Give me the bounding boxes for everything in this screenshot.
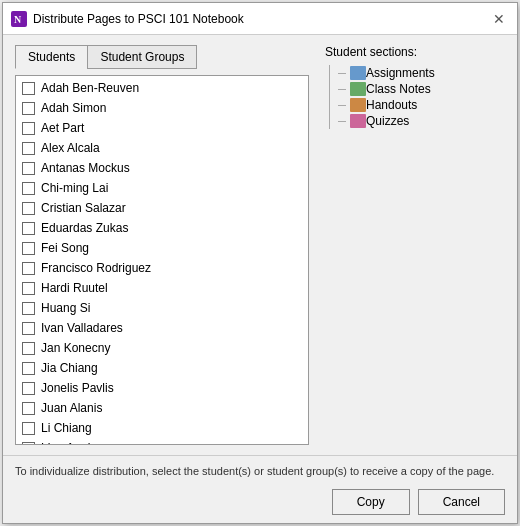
student-checkbox[interactable] xyxy=(22,102,35,115)
sections-tree: AssignmentsClass NotesHandoutsQuizzes xyxy=(329,65,505,129)
student-checkbox[interactable] xyxy=(22,182,35,195)
student-checkbox[interactable] xyxy=(22,262,35,275)
tab-student-groups[interactable]: Student Groups xyxy=(87,45,197,69)
student-checkbox[interactable] xyxy=(22,342,35,355)
footer-buttons: Copy Cancel xyxy=(15,489,505,515)
assignments-icon xyxy=(350,66,366,80)
student-list-container: Adah Ben-ReuvenAdah SimonAet PartAlex Al… xyxy=(15,75,309,445)
section-item: Handouts xyxy=(338,97,505,113)
sections-label: Student sections: xyxy=(325,45,505,59)
section-name: Handouts xyxy=(366,98,417,112)
student-name: Li Chiang xyxy=(41,421,92,435)
student-name: Jan Konecny xyxy=(41,341,110,355)
list-item[interactable]: Chi-ming Lai xyxy=(16,178,308,198)
student-name: Francisco Rodriguez xyxy=(41,261,151,275)
student-name: Adah Simon xyxy=(41,101,106,115)
student-name: Adah Ben-Reuven xyxy=(41,81,139,95)
list-item[interactable]: Cristian Salazar xyxy=(16,198,308,218)
student-name: Eduardas Zukas xyxy=(41,221,128,235)
student-name: Huang Si xyxy=(41,301,90,315)
list-item[interactable]: Alex Alcala xyxy=(16,138,308,158)
dialog: N Distribute Pages to PSCI 101 Notebook … xyxy=(2,2,518,524)
student-checkbox[interactable] xyxy=(22,382,35,395)
student-name: Cristian Salazar xyxy=(41,201,126,215)
student-name: Juan Alanis xyxy=(41,401,102,415)
footer-text: To individualize distribution, select th… xyxy=(15,464,505,479)
list-item[interactable]: Antanas Mockus xyxy=(16,158,308,178)
student-name: Aet Part xyxy=(41,121,84,135)
student-checkbox[interactable] xyxy=(22,302,35,315)
student-checkbox[interactable] xyxy=(22,82,35,95)
section-name: Assignments xyxy=(366,66,435,80)
close-button[interactable]: ✕ xyxy=(489,9,509,29)
quizzes-icon xyxy=(350,114,366,128)
student-list[interactable]: Adah Ben-ReuvenAdah SimonAet PartAlex Al… xyxy=(16,76,308,444)
svg-text:N: N xyxy=(14,14,22,25)
list-item[interactable]: Huang Si xyxy=(16,298,308,318)
section-name: Quizzes xyxy=(366,114,409,128)
student-name: Liga Aunina xyxy=(41,441,104,444)
right-panel: Student sections: AssignmentsClass Notes… xyxy=(325,45,505,445)
student-checkbox[interactable] xyxy=(22,242,35,255)
title-bar: N Distribute Pages to PSCI 101 Notebook … xyxy=(3,3,517,35)
student-name: Fei Song xyxy=(41,241,89,255)
handouts-icon xyxy=(350,98,366,112)
section-item: Assignments xyxy=(338,65,505,81)
list-item[interactable]: Juan Alanis xyxy=(16,398,308,418)
list-item[interactable]: Jonelis Pavlis xyxy=(16,378,308,398)
student-checkbox[interactable] xyxy=(22,402,35,415)
student-checkbox[interactable] xyxy=(22,322,35,335)
section-item: Class Notes xyxy=(338,81,505,97)
student-name: Alex Alcala xyxy=(41,141,100,155)
student-name: Chi-ming Lai xyxy=(41,181,108,195)
section-item: Quizzes xyxy=(338,113,505,129)
class-notes-icon xyxy=(350,82,366,96)
list-item[interactable]: Liga Aunina xyxy=(16,438,308,444)
section-name: Class Notes xyxy=(366,82,431,96)
student-name: Jia Chiang xyxy=(41,361,98,375)
student-name: Hardi Ruutel xyxy=(41,281,108,295)
student-name: Ivan Valladares xyxy=(41,321,123,335)
student-checkbox[interactable] xyxy=(22,202,35,215)
list-item[interactable]: Jan Konecny xyxy=(16,338,308,358)
student-checkbox[interactable] xyxy=(22,222,35,235)
student-checkbox[interactable] xyxy=(22,282,35,295)
list-item[interactable]: Jia Chiang xyxy=(16,358,308,378)
left-panel: Students Student Groups Adah Ben-ReuvenA… xyxy=(15,45,309,445)
student-checkbox[interactable] xyxy=(22,122,35,135)
list-item[interactable]: Adah Simon xyxy=(16,98,308,118)
student-checkbox[interactable] xyxy=(22,362,35,375)
onenote-icon: N xyxy=(11,11,27,27)
student-name: Jonelis Pavlis xyxy=(41,381,114,395)
copy-button[interactable]: Copy xyxy=(332,489,410,515)
student-checkbox[interactable] xyxy=(22,442,35,444)
list-item[interactable]: Adah Ben-Reuven xyxy=(16,78,308,98)
list-item[interactable]: Eduardas Zukas xyxy=(16,218,308,238)
tabs: Students Student Groups xyxy=(15,45,309,69)
title-bar-left: N Distribute Pages to PSCI 101 Notebook xyxy=(11,11,244,27)
student-checkbox[interactable] xyxy=(22,142,35,155)
tab-students[interactable]: Students xyxy=(15,45,87,69)
student-checkbox[interactable] xyxy=(22,162,35,175)
list-item[interactable]: Ivan Valladares xyxy=(16,318,308,338)
list-item[interactable]: Li Chiang xyxy=(16,418,308,438)
list-item[interactable]: Francisco Rodriguez xyxy=(16,258,308,278)
main-content: Students Student Groups Adah Ben-ReuvenA… xyxy=(3,35,517,455)
list-item[interactable]: Fei Song xyxy=(16,238,308,258)
cancel-button[interactable]: Cancel xyxy=(418,489,505,515)
list-item[interactable]: Aet Part xyxy=(16,118,308,138)
list-item[interactable]: Hardi Ruutel xyxy=(16,278,308,298)
student-name: Antanas Mockus xyxy=(41,161,130,175)
dialog-title: Distribute Pages to PSCI 101 Notebook xyxy=(33,12,244,26)
student-checkbox[interactable] xyxy=(22,422,35,435)
footer: To individualize distribution, select th… xyxy=(3,455,517,523)
